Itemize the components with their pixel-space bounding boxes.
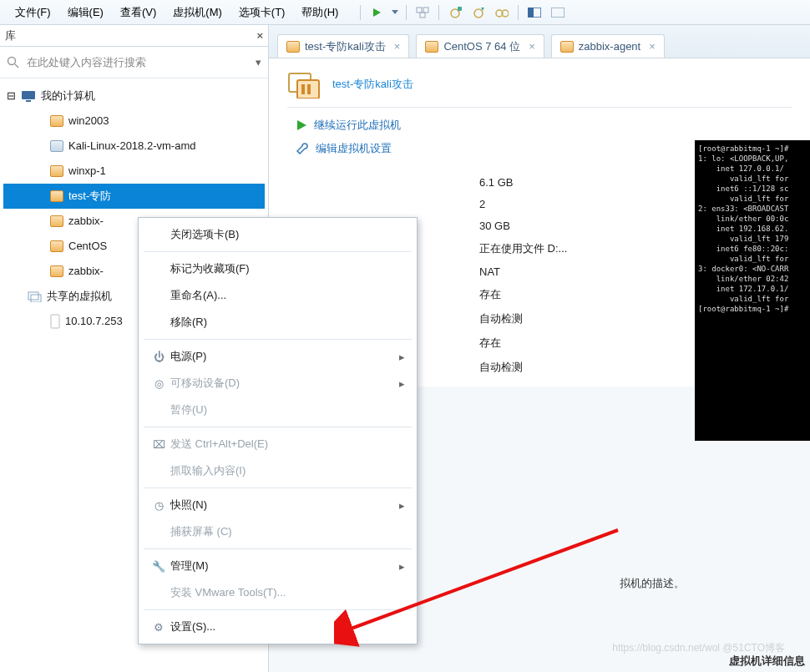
- svg-rect-17: [28, 292, 38, 300]
- svg-point-13: [8, 57, 16, 64]
- vm-icon: [50, 190, 63, 202]
- tree-item-kali[interactable]: Kali-Linux-2018.2-vm-amd: [3, 134, 265, 159]
- ctx-manage[interactable]: 🔧管理(M)▸: [139, 553, 417, 579]
- menu-edit[interactable]: 编辑(E): [59, 2, 112, 23]
- wrench-icon: 🔧: [147, 560, 170, 573]
- menu-vm[interactable]: 虚拟机(M): [165, 2, 230, 23]
- svg-rect-2: [417, 8, 422, 13]
- ctx-remove[interactable]: 移除(R): [139, 309, 417, 336]
- ctx-close-tab[interactable]: 关闭选项卡(B): [139, 221, 417, 248]
- vm-icon: [50, 140, 63, 152]
- ctx-rename[interactable]: 重命名(A)...: [139, 282, 417, 309]
- svg-rect-19: [51, 315, 59, 328]
- tree-root-label: 我的计算机: [41, 83, 95, 109]
- tree-item-win2003[interactable]: win2003: [3, 109, 265, 134]
- tree-item-label: zabbix-: [68, 259, 104, 284]
- ctx-label: 捕获屏幕 (C): [170, 524, 232, 539]
- tree-item-label: Kali-Linux-2018.2-vm-amd: [68, 134, 195, 159]
- value-cdrom: 正在使用文件 D:...: [479, 241, 567, 256]
- value-printer: 存在: [479, 336, 567, 351]
- tree-item-label: CentOS: [68, 234, 107, 259]
- search-box[interactable]: 在此处键入内容进行搜索 ▾: [0, 47, 268, 78]
- sidebar-close-button[interactable]: ×: [256, 29, 263, 42]
- disc-icon: ◎: [147, 377, 170, 390]
- tab-close-icon[interactable]: ×: [394, 40, 401, 53]
- svg-rect-15: [22, 91, 35, 99]
- svg-marker-0: [373, 8, 381, 17]
- tree-item-winxp[interactable]: winxp-1: [3, 159, 265, 184]
- action-label: 编辑虚拟机设置: [316, 141, 392, 156]
- wrench-icon: [296, 143, 309, 154]
- ctx-label: 重命名(A)...: [170, 288, 226, 303]
- vm-thumbnail-terminal[interactable]: [root@rabbitmq-1 ~]# 1: lo: <LOOPBACK,UP…: [695, 140, 810, 441]
- svg-rect-23: [307, 84, 311, 94]
- ctx-separator: [144, 427, 412, 427]
- sidebar-title: 库: [5, 28, 16, 43]
- ctx-settings[interactable]: ⚙设置(S)...: [139, 614, 417, 640]
- vm-detail-footer[interactable]: 虚拟机详细信息: [729, 654, 805, 669]
- submenu-arrow-icon: ▸: [399, 351, 405, 363]
- ctx-separator: [144, 609, 412, 610]
- action-continue-run[interactable]: 继续运行此虚拟机: [296, 118, 792, 133]
- tab-close-icon[interactable]: ×: [529, 40, 535, 53]
- vm-icon: [560, 41, 574, 53]
- computer-icon: [21, 90, 36, 102]
- vm-icon: [286, 41, 300, 53]
- value-display: 自动检测: [479, 360, 567, 375]
- vm-large-icon: [287, 70, 321, 99]
- ctx-label: 安装 VMware Tools(T)...: [170, 585, 286, 600]
- ctx-install-tools: 安装 VMware Tools(T)...: [139, 579, 417, 606]
- ctx-capture-screen: 捕获屏幕 (C): [139, 518, 417, 545]
- menu-view[interactable]: 查看(V): [112, 2, 165, 23]
- value-memory: 6.1 GB: [479, 176, 567, 189]
- svg-marker-1: [392, 10, 398, 14]
- tab-close-icon[interactable]: ×: [649, 40, 656, 53]
- ctx-label: 抓取输入内容(I): [170, 463, 246, 478]
- snapshot-manage-button[interactable]: [491, 3, 513, 22]
- tab-test-kali[interactable]: test-专防kali攻击×: [277, 34, 409, 58]
- tab-centos7[interactable]: CentOS 7 64 位×: [416, 34, 544, 58]
- submenu-arrow-icon: ▸: [399, 377, 405, 390]
- tree-root-my-computer[interactable]: ⊟ 我的计算机: [3, 83, 265, 109]
- menubar: 文件(F) 编辑(E) 查看(V) 虚拟机(M) 选项卡(T) 帮助(H): [0, 0, 810, 25]
- ctx-label: 暂停(U): [170, 402, 207, 417]
- vm-detail-values: 6.1 GB 2 30 GB 正在使用文件 D:... NAT 存在 自动检测 …: [479, 171, 567, 375]
- vm-icon: [50, 165, 63, 177]
- fullscreen-button[interactable]: [524, 3, 545, 22]
- tree-item-label: winxp-1: [68, 159, 106, 184]
- vm-icon: [50, 240, 63, 252]
- snapshot-revert-button[interactable]: [468, 3, 489, 22]
- toolbar: [357, 3, 569, 22]
- svg-rect-3: [423, 8, 428, 13]
- svg-point-7: [474, 9, 483, 18]
- tree-item-test-selected[interactable]: test-专防: [3, 184, 265, 209]
- ctx-power[interactable]: ⏻电源(P)▸: [139, 343, 417, 370]
- snapshot-take-button[interactable]: [444, 3, 466, 22]
- ctx-separator: [144, 339, 412, 340]
- play-dropdown-button[interactable]: [366, 3, 387, 22]
- play-dropdown-caret[interactable]: [389, 3, 401, 22]
- menu-file[interactable]: 文件(F): [7, 2, 59, 23]
- ctx-separator: [144, 548, 412, 549]
- value-cpus: 2: [479, 198, 567, 210]
- menu-help[interactable]: 帮助(H): [293, 2, 347, 23]
- ctx-removable-devices: ◎可移动设备(D)▸: [139, 370, 417, 397]
- tree-shared-label: 共享的虚拟机: [47, 284, 112, 309]
- menu-tabs[interactable]: 选项卡(T): [230, 2, 294, 23]
- unity-button[interactable]: [547, 3, 569, 22]
- ctx-favorite[interactable]: 标记为收藏项(F): [139, 255, 417, 282]
- ctx-snapshot[interactable]: ◷快照(N)▸: [139, 492, 417, 518]
- toolbar-btn-1[interactable]: [412, 3, 433, 22]
- search-dropdown-icon[interactable]: ▾: [256, 56, 261, 68]
- ctx-label: 发送 Ctrl+Alt+Del(E): [170, 437, 268, 452]
- send-cad-icon: ⌧: [147, 438, 170, 451]
- value-disk: 30 GB: [479, 220, 567, 232]
- power-icon: ⏻: [147, 351, 170, 363]
- ctx-label: 标记为收藏项(F): [170, 261, 250, 276]
- tab-label: zabbix-agent: [579, 40, 640, 53]
- search-icon: [7, 56, 20, 69]
- value-network: NAT: [479, 265, 567, 278]
- vm-title-text: test-专防kali攻击: [332, 77, 413, 92]
- tab-zabbix-agent[interactable]: zabbix-agent×: [551, 34, 665, 58]
- vm-icon: [50, 215, 63, 227]
